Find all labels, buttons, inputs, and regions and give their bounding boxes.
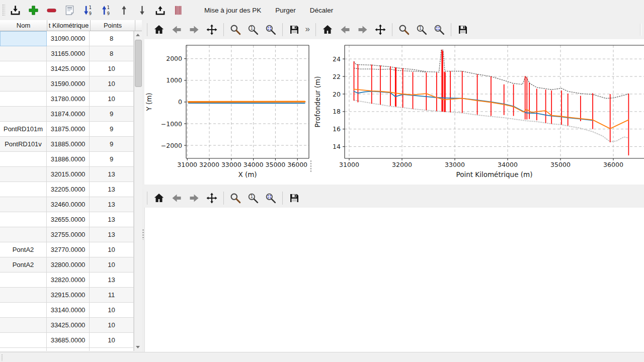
back-button[interactable]: [338, 23, 352, 37]
cell-points[interactable]: 10: [90, 242, 134, 257]
toolbar-drag-handle[interactable]: [2, 4, 5, 17]
plot-splitter-grip-icon[interactable]: [310, 160, 312, 173]
forward-button[interactable]: [187, 23, 201, 37]
cell-point-kilometrique[interactable]: 32655.0000: [47, 212, 90, 227]
cell-nom[interactable]: [0, 61, 47, 76]
cell-nom[interactable]: [0, 76, 47, 92]
move-up-button[interactable]: [117, 3, 131, 18]
cell-points[interactable]: 13: [90, 182, 134, 197]
scroll-up-button[interactable]: [134, 31, 141, 39]
new-document-button[interactable]: [62, 3, 77, 18]
depth-plot-canvas[interactable]: 3100032000330003400035000360001416182022…: [313, 39, 644, 185]
cell-point-kilometrique[interactable]: 31165.0000: [47, 46, 90, 61]
cell-nom[interactable]: [0, 318, 47, 333]
cell-point-kilometrique[interactable]: 32915.0000: [47, 288, 90, 303]
horizontal-splitter[interactable]: [142, 185, 644, 189]
cell-nom[interactable]: [0, 92, 47, 107]
back-button[interactable]: [170, 191, 184, 205]
cell-point-kilometrique[interactable]: 32770.0000: [47, 242, 90, 257]
zoom-button[interactable]: [397, 23, 411, 37]
save-button[interactable]: [287, 23, 301, 37]
cell-nom[interactable]: [0, 273, 47, 288]
cell-points[interactable]: 11: [90, 288, 134, 303]
cell-nom[interactable]: [0, 288, 47, 303]
cell-points[interactable]: 13: [90, 197, 134, 212]
cell-nom[interactable]: [0, 167, 47, 182]
cell-point-kilometrique[interactable]: 32755.0000: [47, 227, 90, 242]
add-row-button[interactable]: [26, 3, 41, 18]
pan-button[interactable]: [205, 23, 219, 37]
cell-point-kilometrique[interactable]: 32460.0000: [47, 197, 90, 212]
move-down-button[interactable]: [135, 3, 149, 18]
toolbar-overflow-chevron[interactable]: »: [305, 22, 310, 36]
cell-points[interactable]: 13: [90, 212, 134, 227]
cell-points[interactable]: 8: [90, 31, 134, 46]
cell-points[interactable]: 10: [90, 257, 134, 273]
cell-points[interactable]: 10: [90, 303, 134, 318]
cell-nom[interactable]: PontA2: [0, 257, 47, 273]
cell-points[interactable]: 8: [90, 46, 134, 61]
home-button[interactable]: [152, 23, 166, 37]
scroll-down-button[interactable]: [134, 343, 141, 351]
save-button[interactable]: [287, 191, 301, 205]
cell-points[interactable]: 10: [90, 61, 134, 76]
cell-points[interactable]: 13: [90, 227, 134, 242]
cell-points[interactable]: [90, 348, 134, 351]
xy-plot-canvas[interactable]: 310003200033000340003500036000−2000−1000…: [144, 39, 313, 185]
cell-point-kilometrique[interactable]: 33140.0000: [47, 303, 90, 318]
cell-point-kilometrique[interactable]: 31090.0000: [47, 31, 90, 46]
zoom-one-button[interactable]: 1: [246, 23, 260, 37]
shift-action[interactable]: Décaler: [305, 4, 338, 17]
forward-button[interactable]: [356, 23, 370, 37]
cell-point-kilometrique[interactable]: 33685.0000: [47, 333, 90, 348]
cell-points[interactable]: 9: [90, 107, 134, 122]
cell-points[interactable]: 10: [90, 92, 134, 107]
column-header-points[interactable]: Points: [91, 20, 135, 31]
cell-points[interactable]: 10: [90, 76, 134, 92]
cell-nom[interactable]: [0, 46, 47, 61]
export-button[interactable]: [153, 3, 168, 18]
cell-points[interactable]: 9: [90, 152, 134, 167]
back-button[interactable]: [170, 23, 184, 37]
table-vertical-scrollbar[interactable]: [134, 31, 142, 351]
cell-nom[interactable]: [0, 197, 47, 212]
home-button[interactable]: [320, 23, 335, 37]
column-header-nom[interactable]: Nom: [0, 20, 47, 31]
cell-point-kilometrique[interactable]: 31874.0000: [47, 107, 90, 122]
cell-nom[interactable]: [0, 31, 47, 46]
zoom-region-button[interactable]: [432, 23, 446, 37]
pan-button[interactable]: [373, 23, 387, 37]
import-button[interactable]: [8, 3, 23, 18]
cell-point-kilometrique[interactable]: 32800.0000: [47, 257, 90, 273]
cell-nom[interactable]: [0, 152, 47, 167]
cell-point-kilometrique[interactable]: [47, 348, 90, 351]
cell-point-kilometrique[interactable]: 31886.0000: [47, 152, 90, 167]
cell-point-kilometrique[interactable]: 31425.0000: [47, 61, 90, 76]
cell-nom[interactable]: PontRD101v: [0, 137, 47, 152]
scrollbar-thumb[interactable]: [135, 40, 142, 87]
sort-ascending-button[interactable]: 19: [80, 3, 95, 18]
sort-descending-button[interactable]: 19: [99, 3, 113, 18]
zoom-button[interactable]: [228, 191, 243, 205]
cell-point-kilometrique[interactable]: 32015.0000: [47, 167, 90, 182]
cell-points[interactable]: 9: [90, 137, 134, 152]
cell-nom[interactable]: [0, 348, 47, 351]
cell-points[interactable]: 13: [90, 167, 134, 182]
save-button[interactable]: [456, 23, 470, 37]
zoom-one-button[interactable]: 1: [415, 23, 429, 37]
zoom-one-button[interactable]: 1: [246, 191, 260, 205]
cell-nom[interactable]: [0, 212, 47, 227]
cell-point-kilometrique[interactable]: 31875.0000: [47, 122, 90, 137]
cell-nom[interactable]: [0, 182, 47, 197]
cell-point-kilometrique[interactable]: 33425.0000: [47, 318, 90, 333]
zoom-region-button[interactable]: [264, 23, 278, 37]
zoom-button[interactable]: [228, 23, 243, 37]
cell-points[interactable]: 9: [90, 122, 134, 137]
cell-point-kilometrique[interactable]: 32205.0000: [47, 182, 90, 197]
profiles-button[interactable]: [171, 3, 186, 18]
cell-nom[interactable]: [0, 303, 47, 318]
cell-nom[interactable]: [0, 333, 47, 348]
cell-nom[interactable]: PontRD101m: [0, 122, 47, 137]
column-header-point-kilometrique[interactable]: t Kilométrique: [47, 20, 91, 31]
cell-points[interactable]: 10: [90, 318, 134, 333]
